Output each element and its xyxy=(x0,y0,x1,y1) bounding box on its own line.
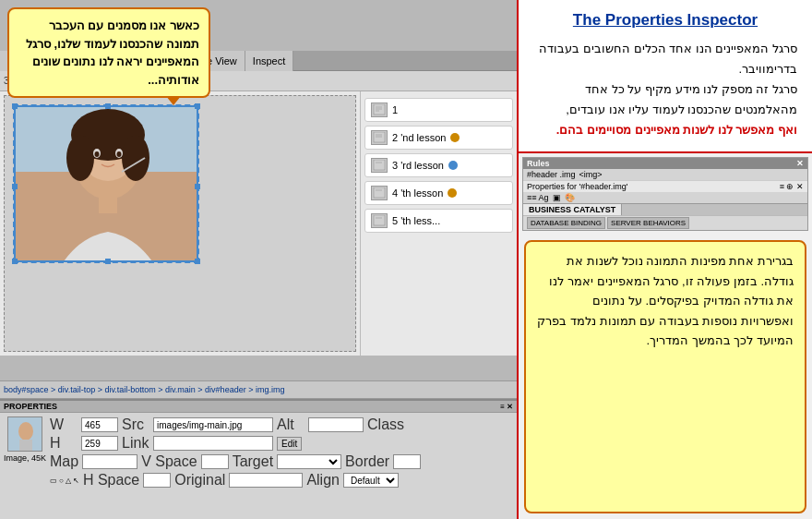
dw-content: 1 2 'nd lesson xyxy=(0,91,517,356)
lesson-icon xyxy=(371,158,388,173)
mini-rules-header: Rules ✕ xyxy=(523,158,807,169)
props-content: Image, 45K W Src Alt Class H xyxy=(0,413,517,492)
page-icon xyxy=(373,132,386,143)
mini-bottom-tabs: DATABASE BINDING SERVER BEHAVIORS xyxy=(523,215,807,230)
svg-rect-13 xyxy=(374,104,385,115)
link-input[interactable] xyxy=(153,436,273,451)
page-icon xyxy=(373,160,386,171)
properties-for: Properties for '#header.img' xyxy=(527,182,628,191)
src-label: Src xyxy=(122,416,149,433)
image-size-label: Image, 45K xyxy=(4,453,46,463)
mini-icons: ≡ ⊕ ✕ xyxy=(780,182,804,191)
woman-image xyxy=(16,107,198,262)
props-row-dimensions: W Src Alt Class xyxy=(50,416,513,433)
w-label: W xyxy=(50,416,78,433)
properties-for-row: Properties for '#header.img' ≡ ⊕ ✕ xyxy=(523,180,807,192)
mini-rules-tabs: BUSINESS CATALYST xyxy=(523,203,807,215)
list-item[interactable]: 3 'rd lesson xyxy=(364,153,513,177)
svg-rect-22 xyxy=(374,187,385,198)
tab-server[interactable]: SERVER BEHAVIORS xyxy=(607,217,689,229)
lesson-icon xyxy=(371,213,388,228)
alt-input[interactable] xyxy=(308,417,364,432)
svg-rect-17 xyxy=(374,132,385,142)
svg-rect-28 xyxy=(19,440,32,452)
pi-description: סרגל המאפיינים הנו אחד הכלים החשובים בעב… xyxy=(533,39,797,140)
tab-business-catalyst[interactable]: BUSINESS CATALYST xyxy=(523,204,622,215)
image-placeholder xyxy=(14,105,198,262)
v-space-input[interactable] xyxy=(201,454,229,469)
svg-rect-20 xyxy=(374,160,385,170)
align-label: Align xyxy=(306,472,340,489)
pi-title: The Properties Inspector xyxy=(533,11,797,30)
tooltip-bottom: בגרירת אחת מפינות התמונה נוכל לשנות את ג… xyxy=(524,240,806,513)
class-label: Class xyxy=(367,416,404,433)
pi-header: The Properties Inspector סרגל המאפיינים … xyxy=(519,0,812,153)
pi-desc-line2: סרגל זה מספק לנו מידע מקיף על כל אחד מהא… xyxy=(566,82,797,116)
rules-close[interactable]: ✕ xyxy=(796,159,804,168)
original-label: Original xyxy=(174,472,225,489)
poly-icon: △ xyxy=(66,477,71,485)
props-row-map: Map V Space Target Border xyxy=(50,453,513,470)
tooltip-top: כאשר אנו מסמנים עם העכבר תמונה שהכנסנו ל… xyxy=(7,7,210,98)
lesson-icon xyxy=(371,186,388,200)
lesson-dot xyxy=(448,188,457,198)
main-container: כאשר אנו מסמנים עם העכבר תמונה שהכנסנו ל… xyxy=(0,0,812,519)
align-select[interactable]: Default xyxy=(343,473,399,488)
original-input[interactable] xyxy=(229,473,303,488)
size-label: ▣ xyxy=(553,193,561,202)
mini-toolbar: ≡≡ Ag ▣ 🎨 xyxy=(523,192,807,203)
props-header: PROPERTIES ≡ ✕ xyxy=(0,401,517,413)
page-icon xyxy=(373,215,386,226)
props-image-section: Image, 45K xyxy=(4,416,46,463)
list-item[interactable]: 5 'th less... xyxy=(364,209,513,233)
rules-label: Rules xyxy=(527,159,550,168)
right-panel: The Properties Inspector סרגל המאפיינים … xyxy=(517,0,812,519)
props-row-height: H Link Edit xyxy=(50,435,513,452)
props-header-label: PROPERTIES xyxy=(4,402,57,411)
props-image-thumb xyxy=(7,416,42,452)
list-item[interactable]: 2 'nd lesson xyxy=(364,126,513,150)
target-select[interactable] xyxy=(277,454,341,469)
svg-point-27 xyxy=(18,422,33,441)
svg-rect-11 xyxy=(99,190,117,213)
list-item[interactable]: 4 'th lesson xyxy=(364,181,513,205)
border-input[interactable] xyxy=(393,454,421,469)
pi-desc-line1: סרגל המאפיינים הנו אחד הכלים החשובים בעב… xyxy=(539,42,797,76)
page-icon xyxy=(373,104,386,115)
lesson-icon xyxy=(371,130,388,145)
h-space-label: H Space xyxy=(83,472,139,489)
props-fields: W Src Alt Class H Link Edit xyxy=(50,416,513,490)
lesson-label: 3 'rd lesson xyxy=(392,160,444,171)
lesson-dot xyxy=(450,133,460,142)
mini-rules-panel: Rules ✕ #header .img <img> Properties fo… xyxy=(522,157,808,231)
props-expand-icon[interactable]: ≡ xyxy=(500,403,505,411)
thumb-image xyxy=(8,417,42,452)
height-input[interactable] xyxy=(81,436,118,451)
edit-button[interactable]: Edit xyxy=(277,437,302,451)
tab-inspect[interactable]: Inspect xyxy=(245,51,293,71)
breadcrumb: body#space > div.tail-top > div.tail-bot… xyxy=(0,380,517,399)
dw-canvas xyxy=(4,95,356,352)
map-label: Map xyxy=(50,453,78,470)
props-close-icon[interactable]: ✕ xyxy=(507,403,513,411)
svg-point-10 xyxy=(117,151,122,157)
list-item[interactable]: 1 xyxy=(364,98,513,122)
lesson-label: 2 'nd lesson xyxy=(392,132,446,143)
target-label: Target xyxy=(233,453,273,470)
lesson-number: 1 xyxy=(392,104,398,115)
rule1: #header .img xyxy=(527,170,576,179)
pi-desc-line3: ואף מאפשר לנו לשנות מאפיינים מסויימים בה… xyxy=(556,123,797,137)
border-label: Border xyxy=(345,453,389,470)
svg-point-6 xyxy=(122,135,149,181)
svg-rect-24 xyxy=(374,215,385,225)
map-input[interactable] xyxy=(82,454,137,469)
src-input[interactable] xyxy=(153,417,273,432)
font-label: ≡≡ Ag xyxy=(527,193,549,202)
h-space-input[interactable] xyxy=(143,473,171,488)
alt-label: Alt xyxy=(277,416,304,433)
properties-panel: PROPERTIES ≡ ✕ Image, 45K xyxy=(0,399,517,519)
tab-database[interactable]: DATABASE BINDING xyxy=(527,217,605,229)
width-input[interactable] xyxy=(81,417,118,432)
rule2: <img> xyxy=(579,170,603,179)
lesson-label: 4 'th lesson xyxy=(392,187,443,199)
